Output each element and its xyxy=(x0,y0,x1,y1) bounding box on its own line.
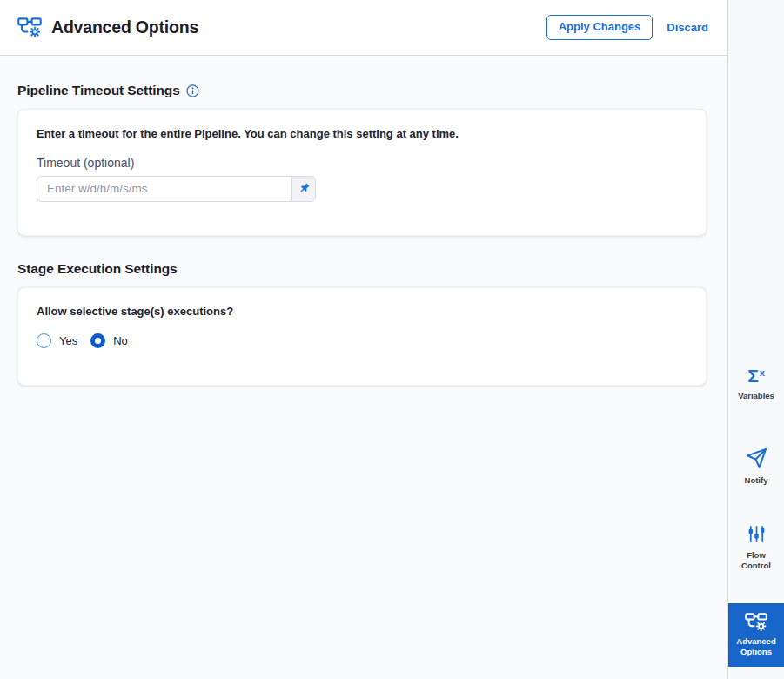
radio-yes-label: Yes xyxy=(59,334,77,347)
sidebar-item-notify[interactable]: Notify xyxy=(728,447,784,498)
header-actions: Apply Changes Discard xyxy=(546,15,708,39)
radio-no-circle[interactable] xyxy=(90,333,105,348)
sidebar-item-label: Notify xyxy=(745,475,768,486)
radio-yes-circle[interactable] xyxy=(37,333,51,348)
pipeline-timeout-heading: Pipeline Timeout Settings xyxy=(17,83,727,98)
timeout-field-label: Timeout (optional) xyxy=(37,156,687,170)
sliders-icon xyxy=(747,524,767,544)
sigma-x-icon: Σx xyxy=(747,366,765,385)
timeout-input[interactable] xyxy=(37,176,291,202)
right-sidebar: Σx Variables Notify xyxy=(727,0,784,679)
sidebar-item-label: Advanced Options xyxy=(735,636,777,658)
apply-changes-button[interactable]: Apply Changes xyxy=(546,15,653,39)
pipeline-timeout-heading-label: Pipeline Timeout Settings xyxy=(17,83,180,98)
radio-no-label: No xyxy=(113,334,128,347)
stage-execution-heading: Stage Execution Settings xyxy=(17,261,727,277)
advanced-options-panel: Advanced Options Apply Changes Discard P… xyxy=(0,0,784,679)
paper-plane-icon xyxy=(746,447,767,469)
sidebar-item-variables[interactable]: Σx Variables xyxy=(728,366,784,417)
sidebar-item-advanced-options[interactable]: Advanced Options xyxy=(728,603,784,667)
header: Advanced Options Apply Changes Discard xyxy=(0,0,727,56)
discard-button[interactable]: Discard xyxy=(667,21,708,34)
sidebar-item-flow-control[interactable]: Flow Control xyxy=(728,524,784,582)
page-title: Advanced Options xyxy=(51,17,198,37)
stage-execution-card: Allow selective stage(s) executions? Yes… xyxy=(17,287,707,386)
stage-execution-heading-label: Stage Execution Settings xyxy=(17,261,178,277)
selective-stages-question: Allow selective stage(s) executions? xyxy=(37,305,687,318)
pin-icon xyxy=(298,182,311,195)
selective-stages-radio-group: Yes No xyxy=(37,333,687,348)
pin-button[interactable] xyxy=(291,176,316,202)
sidebar-item-label: Flow Control xyxy=(735,550,777,572)
main-content: Pipeline Timeout Settings Enter a timeou… xyxy=(0,57,727,679)
timeout-input-group xyxy=(37,176,316,202)
pipeline-gear-icon xyxy=(745,613,767,632)
radio-no[interactable]: No xyxy=(90,333,128,348)
pipeline-gear-icon xyxy=(17,17,42,38)
sidebar-item-label: Variables xyxy=(738,391,774,401)
info-icon[interactable] xyxy=(186,84,199,97)
radio-yes[interactable]: Yes xyxy=(37,333,77,348)
timeout-description: Enter a timeout for the entire Pipeline.… xyxy=(37,127,687,142)
content-area: Advanced Options Apply Changes Discard P… xyxy=(0,0,727,679)
timeout-card: Enter a timeout for the entire Pipeline.… xyxy=(17,109,707,236)
